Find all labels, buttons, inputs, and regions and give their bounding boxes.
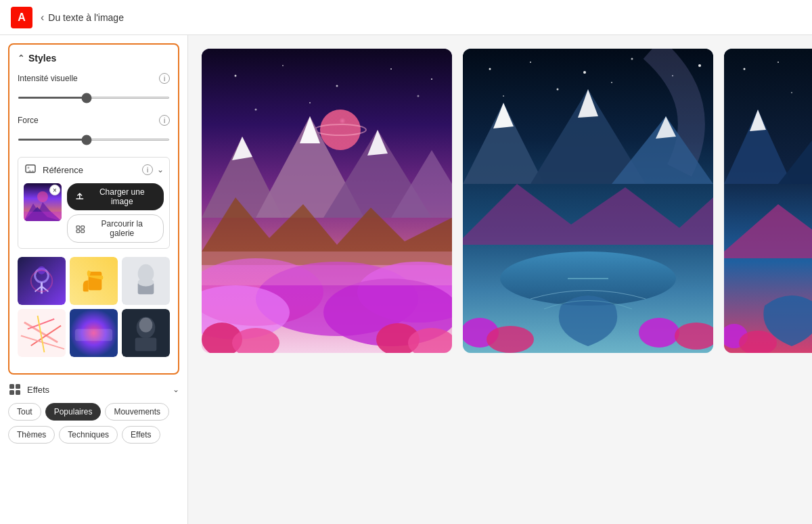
gallery-icon <box>76 224 85 233</box>
style-thumb-abstract-red[interactable] <box>18 309 66 357</box>
filter-effets-button[interactable]: Effets <box>122 426 160 444</box>
reference-info-icon[interactable]: i <box>142 164 153 175</box>
svg-rect-37 <box>16 384 20 389</box>
svg-point-48 <box>431 78 432 80</box>
svg-point-93 <box>777 62 779 63</box>
svg-rect-8 <box>81 226 85 229</box>
svg-point-1 <box>28 167 30 169</box>
svg-rect-19 <box>89 272 102 291</box>
svg-rect-31 <box>75 329 112 341</box>
svg-rect-9 <box>76 230 80 233</box>
styles-title: Styles <box>28 53 56 64</box>
effets-title: Effets <box>27 385 167 395</box>
svg-point-88 <box>487 326 534 353</box>
svg-rect-39 <box>16 390 20 395</box>
style-thumb-classical-bust[interactable] <box>122 257 170 305</box>
style-thumbnails-grid <box>18 257 170 357</box>
styles-panel-title[interactable]: ⌃ Styles <box>18 53 170 64</box>
svg-point-42 <box>282 65 284 66</box>
reference-controls: i ⌄ <box>142 164 164 175</box>
effets-chevron-icon: ⌄ <box>173 385 179 394</box>
svg-point-43 <box>336 85 338 87</box>
svg-rect-64 <box>202 252 452 285</box>
visual-intensity-label: Intensité visuelle <box>18 74 78 83</box>
effets-icon <box>8 383 22 396</box>
svg-point-49 <box>320 110 361 150</box>
upload-icon <box>75 192 85 201</box>
svg-point-77 <box>611 82 612 83</box>
svg-rect-34 <box>135 337 157 351</box>
svg-point-70 <box>489 68 491 70</box>
image-card-2 <box>463 49 713 353</box>
content-area <box>188 35 812 524</box>
svg-point-72 <box>583 71 586 74</box>
force-label: Force <box>18 116 39 125</box>
back-label: Du texte à l'image <box>48 12 124 23</box>
reference-content: × Charger une image <box>24 183 164 243</box>
style-thumb-bw-portrait[interactable] <box>122 309 170 357</box>
force-slider-container: Force i <box>18 115 170 146</box>
style-thumb-neon-figure[interactable] <box>18 257 66 305</box>
filter-row-1: Tout Populaires Mouvements <box>8 403 179 421</box>
chevron-down-icon: ⌃ <box>18 53 24 63</box>
filter-mouvements-button[interactable]: Mouvements <box>105 403 169 421</box>
main-layout: ⌃ Styles Intensité visuelle i Force <box>0 35 812 524</box>
browse-gallery-button[interactable]: Parcourir la galerie <box>67 214 164 243</box>
filter-row-2: Thèmes Techniques Effets <box>8 426 179 444</box>
filter-themes-button[interactable]: Thèmes <box>8 426 55 444</box>
svg-rect-7 <box>76 226 80 229</box>
force-slider[interactable] <box>18 139 170 141</box>
svg-point-89 <box>639 318 679 348</box>
svg-point-73 <box>631 58 633 60</box>
back-button[interactable]: ‹ Du texte à l'image <box>41 11 124 24</box>
sidebar: ⌃ Styles Intensité visuelle i Force <box>0 35 188 524</box>
visual-intensity-info-icon[interactable]: i <box>159 73 170 84</box>
svg-point-44 <box>390 68 392 70</box>
svg-point-95 <box>791 92 792 93</box>
reference-icon <box>24 163 37 176</box>
reference-buttons: Charger une image Parcourir la galerie <box>67 183 164 243</box>
svg-rect-38 <box>9 390 14 395</box>
force-info-icon[interactable]: i <box>159 115 170 126</box>
reference-section: Référence i ⌄ <box>18 157 170 249</box>
visual-intensity-slider[interactable] <box>18 97 170 99</box>
reference-chevron-icon[interactable]: ⌄ <box>157 165 164 174</box>
app-header: A ‹ Du texte à l'image <box>0 0 812 35</box>
svg-point-71 <box>530 62 531 63</box>
reference-header: Référence i ⌄ <box>24 163 164 176</box>
svg-rect-10 <box>81 230 85 233</box>
svg-point-45 <box>418 95 420 97</box>
svg-point-35 <box>139 318 153 333</box>
visual-intensity-slider-container: Intensité visuelle i <box>18 73 170 104</box>
filter-techniques-button[interactable]: Techniques <box>59 426 118 444</box>
effets-section: Effets ⌄ Tout Populaires Mouvements Thèm… <box>8 383 179 444</box>
svg-rect-6 <box>24 212 62 221</box>
visual-intensity-label-row: Intensité visuelle i <box>18 73 170 84</box>
svg-point-47 <box>255 109 257 111</box>
svg-point-3 <box>37 191 48 202</box>
styles-panel: ⌃ Styles Intensité visuelle i Force <box>8 43 179 375</box>
effets-header[interactable]: Effets ⌄ <box>8 383 179 396</box>
svg-point-76 <box>557 89 559 91</box>
reference-title: Référence <box>43 165 137 175</box>
style-thumb-thumbs-up[interactable] <box>70 257 118 305</box>
reference-close-button[interactable]: × <box>49 185 60 195</box>
filter-populaires-button[interactable]: Populaires <box>45 403 102 421</box>
svg-point-75 <box>503 95 504 97</box>
svg-point-92 <box>744 68 746 70</box>
image-card-1 <box>202 49 452 353</box>
svg-point-46 <box>309 102 311 103</box>
force-label-row: Force i <box>18 115 170 126</box>
style-thumb-purple-glow[interactable] <box>70 309 118 357</box>
filter-tout-button[interactable]: Tout <box>8 403 41 421</box>
svg-point-41 <box>235 75 237 77</box>
upload-image-button[interactable]: Charger une image <box>67 183 164 210</box>
chevron-left-icon: ‹ <box>41 11 44 24</box>
adobe-logo: A <box>11 7 32 28</box>
svg-rect-36 <box>9 384 14 389</box>
svg-rect-11 <box>18 257 66 305</box>
svg-point-23 <box>138 279 154 287</box>
image-card-3 <box>724 49 812 353</box>
svg-point-78 <box>698 64 701 67</box>
reference-thumbnail: × <box>24 183 62 221</box>
